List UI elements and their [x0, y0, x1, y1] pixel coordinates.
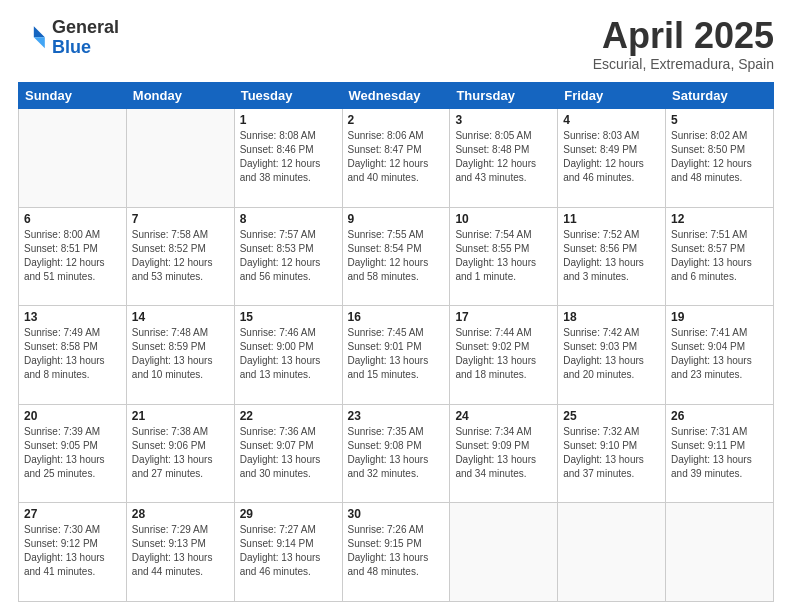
table-row: 19Sunrise: 7:41 AM Sunset: 9:04 PM Dayli…	[666, 306, 774, 405]
table-row: 24Sunrise: 7:34 AM Sunset: 9:09 PM Dayli…	[450, 404, 558, 503]
day-number: 5	[671, 113, 768, 127]
page: General Blue April 2025 Escurial, Extrem…	[0, 0, 792, 612]
day-info: Sunrise: 7:42 AM Sunset: 9:03 PM Dayligh…	[563, 326, 660, 382]
table-row	[126, 109, 234, 208]
day-info: Sunrise: 8:05 AM Sunset: 8:48 PM Dayligh…	[455, 129, 552, 185]
day-info: Sunrise: 8:08 AM Sunset: 8:46 PM Dayligh…	[240, 129, 337, 185]
day-number: 2	[348, 113, 445, 127]
day-info: Sunrise: 7:52 AM Sunset: 8:56 PM Dayligh…	[563, 228, 660, 284]
day-number: 20	[24, 409, 121, 423]
week-row-5: 27Sunrise: 7:30 AM Sunset: 9:12 PM Dayli…	[19, 503, 774, 602]
day-number: 30	[348, 507, 445, 521]
svg-marker-1	[34, 37, 45, 48]
day-info: Sunrise: 7:58 AM Sunset: 8:52 PM Dayligh…	[132, 228, 229, 284]
day-number: 28	[132, 507, 229, 521]
day-info: Sunrise: 7:34 AM Sunset: 9:09 PM Dayligh…	[455, 425, 552, 481]
day-number: 18	[563, 310, 660, 324]
day-number: 26	[671, 409, 768, 423]
day-number: 15	[240, 310, 337, 324]
table-row: 21Sunrise: 7:38 AM Sunset: 9:06 PM Dayli…	[126, 404, 234, 503]
table-row: 9Sunrise: 7:55 AM Sunset: 8:54 PM Daylig…	[342, 207, 450, 306]
calendar-header-row: Sunday Monday Tuesday Wednesday Thursday…	[19, 83, 774, 109]
logo-blue: Blue	[52, 38, 119, 58]
table-row: 30Sunrise: 7:26 AM Sunset: 9:15 PM Dayli…	[342, 503, 450, 602]
day-info: Sunrise: 7:27 AM Sunset: 9:14 PM Dayligh…	[240, 523, 337, 579]
day-info: Sunrise: 8:03 AM Sunset: 8:49 PM Dayligh…	[563, 129, 660, 185]
table-row: 26Sunrise: 7:31 AM Sunset: 9:11 PM Dayli…	[666, 404, 774, 503]
table-row: 18Sunrise: 7:42 AM Sunset: 9:03 PM Dayli…	[558, 306, 666, 405]
day-info: Sunrise: 7:38 AM Sunset: 9:06 PM Dayligh…	[132, 425, 229, 481]
day-info: Sunrise: 7:44 AM Sunset: 9:02 PM Dayligh…	[455, 326, 552, 382]
table-row: 6Sunrise: 8:00 AM Sunset: 8:51 PM Daylig…	[19, 207, 127, 306]
table-row: 20Sunrise: 7:39 AM Sunset: 9:05 PM Dayli…	[19, 404, 127, 503]
day-info: Sunrise: 7:32 AM Sunset: 9:10 PM Dayligh…	[563, 425, 660, 481]
col-monday: Monday	[126, 83, 234, 109]
table-row: 16Sunrise: 7:45 AM Sunset: 9:01 PM Dayli…	[342, 306, 450, 405]
day-number: 25	[563, 409, 660, 423]
table-row: 13Sunrise: 7:49 AM Sunset: 8:58 PM Dayli…	[19, 306, 127, 405]
week-row-2: 6Sunrise: 8:00 AM Sunset: 8:51 PM Daylig…	[19, 207, 774, 306]
day-info: Sunrise: 7:30 AM Sunset: 9:12 PM Dayligh…	[24, 523, 121, 579]
week-row-1: 1Sunrise: 8:08 AM Sunset: 8:46 PM Daylig…	[19, 109, 774, 208]
day-info: Sunrise: 7:36 AM Sunset: 9:07 PM Dayligh…	[240, 425, 337, 481]
day-number: 3	[455, 113, 552, 127]
day-info: Sunrise: 7:35 AM Sunset: 9:08 PM Dayligh…	[348, 425, 445, 481]
day-info: Sunrise: 7:57 AM Sunset: 8:53 PM Dayligh…	[240, 228, 337, 284]
col-saturday: Saturday	[666, 83, 774, 109]
day-info: Sunrise: 8:06 AM Sunset: 8:47 PM Dayligh…	[348, 129, 445, 185]
day-info: Sunrise: 7:51 AM Sunset: 8:57 PM Dayligh…	[671, 228, 768, 284]
col-sunday: Sunday	[19, 83, 127, 109]
table-row: 5Sunrise: 8:02 AM Sunset: 8:50 PM Daylig…	[666, 109, 774, 208]
col-thursday: Thursday	[450, 83, 558, 109]
day-number: 14	[132, 310, 229, 324]
table-row: 8Sunrise: 7:57 AM Sunset: 8:53 PM Daylig…	[234, 207, 342, 306]
day-number: 8	[240, 212, 337, 226]
table-row: 15Sunrise: 7:46 AM Sunset: 9:00 PM Dayli…	[234, 306, 342, 405]
table-row: 27Sunrise: 7:30 AM Sunset: 9:12 PM Dayli…	[19, 503, 127, 602]
day-number: 13	[24, 310, 121, 324]
location-subtitle: Escurial, Extremadura, Spain	[593, 56, 774, 72]
table-row: 10Sunrise: 7:54 AM Sunset: 8:55 PM Dayli…	[450, 207, 558, 306]
table-row: 25Sunrise: 7:32 AM Sunset: 9:10 PM Dayli…	[558, 404, 666, 503]
day-number: 21	[132, 409, 229, 423]
table-row: 12Sunrise: 7:51 AM Sunset: 8:57 PM Dayli…	[666, 207, 774, 306]
col-wednesday: Wednesday	[342, 83, 450, 109]
logo: General Blue	[18, 18, 119, 58]
table-row	[450, 503, 558, 602]
table-row: 28Sunrise: 7:29 AM Sunset: 9:13 PM Dayli…	[126, 503, 234, 602]
day-number: 29	[240, 507, 337, 521]
day-number: 12	[671, 212, 768, 226]
day-number: 22	[240, 409, 337, 423]
table-row: 1Sunrise: 8:08 AM Sunset: 8:46 PM Daylig…	[234, 109, 342, 208]
table-row: 3Sunrise: 8:05 AM Sunset: 8:48 PM Daylig…	[450, 109, 558, 208]
day-number: 7	[132, 212, 229, 226]
day-number: 23	[348, 409, 445, 423]
header: General Blue April 2025 Escurial, Extrem…	[18, 18, 774, 72]
table-row: 4Sunrise: 8:03 AM Sunset: 8:49 PM Daylig…	[558, 109, 666, 208]
table-row: 23Sunrise: 7:35 AM Sunset: 9:08 PM Dayli…	[342, 404, 450, 503]
table-row: 7Sunrise: 7:58 AM Sunset: 8:52 PM Daylig…	[126, 207, 234, 306]
table-row	[19, 109, 127, 208]
day-number: 9	[348, 212, 445, 226]
table-row: 22Sunrise: 7:36 AM Sunset: 9:07 PM Dayli…	[234, 404, 342, 503]
day-number: 10	[455, 212, 552, 226]
col-tuesday: Tuesday	[234, 83, 342, 109]
day-info: Sunrise: 7:45 AM Sunset: 9:01 PM Dayligh…	[348, 326, 445, 382]
table-row	[666, 503, 774, 602]
day-info: Sunrise: 7:39 AM Sunset: 9:05 PM Dayligh…	[24, 425, 121, 481]
day-info: Sunrise: 7:46 AM Sunset: 9:00 PM Dayligh…	[240, 326, 337, 382]
table-row: 14Sunrise: 7:48 AM Sunset: 8:59 PM Dayli…	[126, 306, 234, 405]
logo-icon	[18, 23, 48, 53]
table-row: 2Sunrise: 8:06 AM Sunset: 8:47 PM Daylig…	[342, 109, 450, 208]
day-info: Sunrise: 7:41 AM Sunset: 9:04 PM Dayligh…	[671, 326, 768, 382]
day-number: 6	[24, 212, 121, 226]
logo-general: General	[52, 18, 119, 38]
title-block: April 2025 Escurial, Extremadura, Spain	[593, 18, 774, 72]
day-info: Sunrise: 8:00 AM Sunset: 8:51 PM Dayligh…	[24, 228, 121, 284]
day-number: 27	[24, 507, 121, 521]
day-info: Sunrise: 8:02 AM Sunset: 8:50 PM Dayligh…	[671, 129, 768, 185]
day-info: Sunrise: 7:48 AM Sunset: 8:59 PM Dayligh…	[132, 326, 229, 382]
week-row-4: 20Sunrise: 7:39 AM Sunset: 9:05 PM Dayli…	[19, 404, 774, 503]
col-friday: Friday	[558, 83, 666, 109]
day-number: 24	[455, 409, 552, 423]
